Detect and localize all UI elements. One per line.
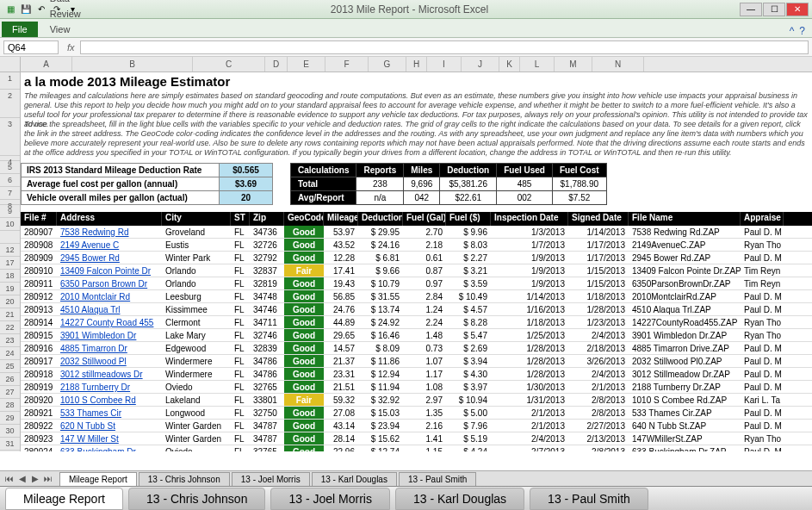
data-row[interactable]: 2809192188 Turnberry DrOviedoFL32765Good…: [21, 381, 812, 394]
big-tab[interactable]: Mileage Report: [5, 488, 123, 510]
data-col-header[interactable]: Deduction: [358, 212, 403, 226]
row-header[interactable]: 2: [0, 90, 20, 118]
close-button[interactable]: ✕: [786, 3, 809, 16]
data-col-header[interactable]: City: [162, 212, 231, 226]
cell-address-link[interactable]: 2149 Avenue C: [57, 239, 162, 251]
cell-address-link[interactable]: 2945 Bower Rd: [57, 252, 162, 264]
row-header[interactable]: 7: [0, 187, 20, 200]
row-header[interactable]: 24: [0, 347, 20, 360]
data-row[interactable]: 280923147 W Miller StWinter GardenFL3478…: [21, 432, 812, 445]
row-header[interactable]: 6: [0, 174, 20, 187]
cell-address-link[interactable]: 2188 Turnberry Dr: [57, 381, 162, 393]
cell-address-link[interactable]: 2010 Montclair Rd: [57, 290, 162, 302]
col-header-B[interactable]: B: [72, 57, 193, 72]
formula-input[interactable]: [80, 40, 809, 54]
data-row[interactable]: 2809122010 Montclair RdLeesburgFL34748Go…: [21, 290, 812, 303]
col-header-E[interactable]: E: [288, 57, 325, 72]
col-header-I[interactable]: I: [427, 57, 462, 72]
cell-address-link[interactable]: 620 N Tubb St: [57, 420, 162, 432]
minimize-button[interactable]: —: [740, 3, 762, 16]
row-header[interactable]: 21: [0, 308, 20, 321]
col-header-H[interactable]: H: [406, 57, 427, 72]
cell-address-link[interactable]: 14227 County Road 455: [57, 316, 162, 328]
maximize-button[interactable]: ☐: [763, 3, 785, 16]
data-row[interactable]: 28091013409 Falcon Pointe DrOrlandoFL328…: [21, 264, 812, 277]
big-tab[interactable]: 13 - Karl Douglas: [395, 488, 524, 510]
row-header[interactable]: 23: [0, 334, 20, 347]
data-row[interactable]: 28091414227 County Road 455ClermontFL347…: [21, 316, 812, 329]
cell-address-link[interactable]: 4510 Alaqua Trl: [57, 303, 162, 315]
tab-nav-last-icon[interactable]: ⏭: [42, 474, 54, 483]
cell-address-link[interactable]: 1010 S Combee Rd: [57, 394, 162, 406]
cell-address-link[interactable]: 4885 Timarron Dr: [57, 342, 162, 354]
row-header[interactable]: 30: [0, 425, 20, 438]
row-header[interactable]: 27: [0, 386, 20, 399]
data-row[interactable]: 2809116350 Parson Brown DrOrlandoFL32819…: [21, 277, 812, 290]
sheet-tab[interactable]: 13 - Joel Morris: [232, 472, 310, 486]
help-icon[interactable]: ?: [799, 25, 805, 37]
data-col-header[interactable]: Appraise: [741, 212, 784, 226]
data-col-header[interactable]: ST: [231, 212, 250, 226]
col-header-L[interactable]: L: [520, 57, 555, 72]
row-header[interactable]: 31: [0, 438, 20, 451]
tab-nav-first-icon[interactable]: ⏮: [3, 474, 15, 483]
calc-input-value[interactable]: 20: [220, 191, 273, 205]
row-header[interactable]: 26: [0, 373, 20, 386]
cell-address-link[interactable]: 147 W Miller St: [57, 432, 162, 445]
big-tab[interactable]: 13 - Paul Smith: [530, 488, 648, 510]
data-row[interactable]: 280921533 Thames CirLongwoodFL32750Good2…: [21, 407, 812, 420]
data-col-header[interactable]: Zip: [250, 212, 284, 226]
calc-input-value[interactable]: $0.565: [220, 164, 273, 177]
data-row[interactable]: 2809082149 Avenue CEustisFL32726Good43.5…: [21, 239, 812, 252]
minimize-ribbon-icon[interactable]: ^: [790, 25, 795, 37]
row-header[interactable]: 9: [0, 205, 20, 218]
row-header[interactable]: 18: [0, 270, 20, 283]
select-all-corner[interactable]: [0, 57, 21, 72]
data-row[interactable]: 2809164885 Timarron DrEdgewoodFL32839Goo…: [21, 342, 812, 355]
file-tab[interactable]: File: [2, 22, 38, 37]
row-header[interactable]: [0, 231, 20, 244]
data-col-header[interactable]: Address: [57, 212, 162, 226]
row-header[interactable]: 28: [0, 399, 20, 412]
data-row[interactable]: 2809201010 S Combee RdLakelandFL33801Fai…: [21, 394, 812, 407]
col-header-C[interactable]: C: [193, 57, 265, 72]
ribbon-tab-data[interactable]: Data: [41, 0, 112, 6]
row-header[interactable]: 29: [0, 412, 20, 425]
cell-address-link[interactable]: 6350 Parson Brown Dr: [57, 277, 162, 289]
big-tab[interactable]: 13 - Joel Morris: [270, 488, 389, 510]
row-header[interactable]: 22: [0, 321, 20, 334]
row-header[interactable]: 25: [0, 360, 20, 373]
row-header[interactable]: 17: [0, 257, 20, 270]
tab-nav-next-icon[interactable]: ▶: [29, 474, 41, 483]
data-row[interactable]: 280922620 N Tubb StWinter GardenFL34787G…: [21, 420, 812, 432]
row-header[interactable]: 32: [0, 451, 20, 451]
sheet-tab[interactable]: 13 - Paul Smith: [399, 472, 476, 486]
ribbon-tab-review[interactable]: Review: [41, 6, 112, 22]
ribbon-tab-view[interactable]: View: [41, 22, 112, 37]
data-row[interactable]: 280924633 Buckingham DrOviedoFL32765Good…: [21, 445, 812, 451]
calc-input-value[interactable]: $3.69: [220, 177, 273, 191]
data-row[interactable]: 2809153901 Wimbledon DrLake MaryFL32746G…: [21, 329, 812, 342]
sheet-tab[interactable]: Mileage Report: [59, 472, 137, 486]
data-col-header[interactable]: Signed Date: [568, 212, 629, 226]
big-tab[interactable]: 13 - Chris Johnson: [128, 488, 266, 510]
cell-address-link[interactable]: 633 Buckingham Dr: [57, 445, 162, 451]
col-header-M[interactable]: M: [555, 57, 592, 72]
col-header-G[interactable]: G: [369, 57, 406, 72]
cell-address-link[interactable]: 7538 Redwing Rd: [57, 226, 162, 238]
tab-nav-prev-icon[interactable]: ◀: [16, 474, 28, 483]
col-header-A[interactable]: A: [21, 57, 72, 72]
row-header[interactable]: 3: [0, 118, 20, 156]
cell-address-link[interactable]: 3012 stillmeadows Dr: [57, 368, 162, 380]
data-row[interactable]: 2809134510 Alaqua TrlKissimmeeFL34746Goo…: [21, 303, 812, 316]
data-col-header[interactable]: Fuel (Gal): [403, 212, 446, 226]
cell-address-link[interactable]: 533 Thames Cir: [57, 407, 162, 419]
col-header-J[interactable]: J: [462, 57, 499, 72]
sheet-tab[interactable]: 13 - Chris Johnson: [139, 472, 230, 486]
col-header-N[interactable]: N: [592, 57, 644, 72]
row-header[interactable]: 12: [0, 244, 20, 257]
data-col-header[interactable]: Mileage: [324, 212, 358, 226]
row-header[interactable]: 20: [0, 295, 20, 308]
fx-icon[interactable]: fx: [67, 42, 75, 53]
row-header[interactable]: 5: [0, 161, 20, 174]
